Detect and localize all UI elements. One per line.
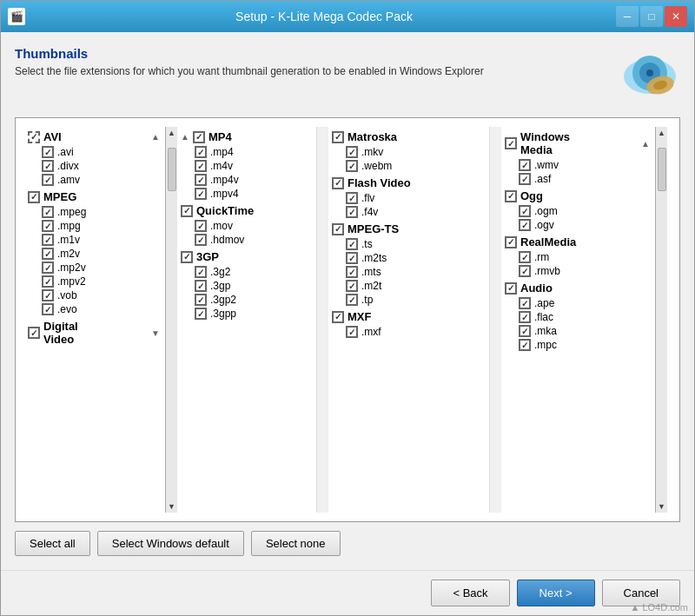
checkbox-windowsmedia[interactable] <box>505 137 517 149</box>
minimize-button[interactable]: ─ <box>616 6 639 27</box>
item-mpc: .mpc <box>505 338 650 352</box>
item-avi: .avi <box>28 145 160 159</box>
checkbox-ape[interactable] <box>519 297 531 309</box>
checkbox-m2v[interactable] <box>42 248 54 260</box>
checkbox-mts[interactable] <box>346 266 358 278</box>
group-mp4-label: MP4 <box>208 130 232 143</box>
item-flv: .flv <box>332 191 486 205</box>
select-none-button[interactable]: Select none <box>251 531 341 556</box>
checkbox-ogg[interactable] <box>505 190 517 202</box>
checkbox-flv[interactable] <box>346 192 358 204</box>
checkbox-mka[interactable] <box>519 325 531 337</box>
checkbox-mpv4[interactable] <box>195 188 207 200</box>
selection-buttons: Select all Select Windows default Select… <box>15 531 680 556</box>
checkbox-vob[interactable] <box>42 289 54 301</box>
select-windows-default-button[interactable]: Select Windows default <box>97 531 244 556</box>
checkbox-audio[interactable] <box>505 282 517 295</box>
checkbox-ogv[interactable] <box>519 219 531 231</box>
scroll-down-col4[interactable]: ▼ <box>658 500 665 513</box>
svg-point-3 <box>646 70 653 76</box>
checkbox-divx[interactable] <box>42 160 54 172</box>
item-vob: .vob <box>28 288 160 302</box>
checkbox-wmv[interactable] <box>519 159 531 171</box>
checkbox-realmedia[interactable] <box>505 236 517 248</box>
checkbox-mov[interactable] <box>195 220 207 232</box>
checkbox-3gp-ext[interactable] <box>195 280 207 292</box>
item-evo: .evo <box>28 302 160 316</box>
next-button[interactable]: Next > <box>517 580 595 606</box>
checkbox-tp[interactable] <box>346 294 358 306</box>
group-quicktime-header: QuickTime <box>181 204 313 217</box>
checkbox-asf[interactable] <box>519 173 531 185</box>
label-flac: .flac <box>534 311 553 323</box>
col2-scroll-up: ▲ <box>181 132 189 142</box>
checkbox-rm[interactable] <box>519 251 531 263</box>
item-mov: .mov <box>181 219 313 233</box>
label-3gp-ext: .3gp <box>210 280 230 292</box>
scroll-thumb-col1[interactable] <box>168 148 176 191</box>
item-3gp2: .3gp2 <box>181 293 313 307</box>
checkbox-flac[interactable] <box>519 311 531 323</box>
checkbox-3gp[interactable] <box>181 251 193 263</box>
checkbox-flashvideo[interactable] <box>332 177 344 189</box>
checkbox-matroska[interactable] <box>332 131 344 143</box>
title-bar: 🎬 Setup - K-Lite Mega Codec Pack ─ □ ✕ <box>1 1 694 32</box>
checkbox-ts[interactable] <box>346 238 358 250</box>
checkbox-3gp2[interactable] <box>195 294 207 306</box>
label-ape: .ape <box>534 297 554 309</box>
checkbox-mp2v[interactable] <box>42 262 54 274</box>
group-avi-header: AVI ▲ <box>28 130 160 143</box>
checkbox-mpeg[interactable] <box>28 191 40 203</box>
checkbox-m2t[interactable] <box>346 280 358 292</box>
label-f4v: .f4v <box>361 206 378 218</box>
checkbox-mp4[interactable] <box>193 131 205 143</box>
column-2-container: ▲ MP4 .mp4 .m4v .mp4v .mpv4 QuickTime .m… <box>177 127 328 513</box>
checkbox-3g2[interactable] <box>195 266 207 278</box>
checkbox-mkv[interactable] <box>346 146 358 158</box>
checkbox-quicktime[interactable] <box>181 205 193 217</box>
label-hdmov: .hdmov <box>210 234 244 246</box>
checkbox-m2ts[interactable] <box>346 252 358 264</box>
content-area: Thumbnails Select the file extensions fo… <box>1 32 694 570</box>
scrollbar-col1[interactable]: ▲ ▼ <box>165 127 177 513</box>
close-button[interactable]: ✕ <box>665 6 687 27</box>
checkbox-amv[interactable] <box>42 174 54 186</box>
window-title: Setup - K-Lite Mega Codec Pack <box>32 10 616 23</box>
checkbox-m4v[interactable] <box>195 160 207 172</box>
checkbox-mp4v[interactable] <box>195 174 207 186</box>
scroll-thumb-col4[interactable] <box>658 148 666 191</box>
checkbox-avi-ext[interactable] <box>42 146 54 158</box>
select-all-button[interactable]: Select all <box>15 531 90 556</box>
back-button[interactable]: < Back <box>431 580 509 606</box>
checkbox-avi[interactable] <box>28 131 40 143</box>
scroll-down-col1[interactable]: ▼ <box>168 500 175 513</box>
checkbox-mxf[interactable] <box>346 326 358 338</box>
checkbox-digital[interactable] <box>28 327 40 339</box>
checkbox-mpg[interactable] <box>42 220 54 232</box>
checkbox-mpeg-ext[interactable] <box>42 206 54 218</box>
label-evo: .evo <box>57 303 77 315</box>
checkbox-m1v[interactable] <box>42 234 54 246</box>
maximize-button[interactable]: □ <box>640 6 663 27</box>
checkbox-mpegts[interactable] <box>332 223 344 235</box>
scrollbar-col4[interactable]: ▲ ▼ <box>655 127 667 513</box>
checkbox-3gpp[interactable] <box>195 308 207 320</box>
checkbox-mp4-ext[interactable] <box>195 146 207 158</box>
app-icon: 🎬 <box>8 8 25 25</box>
scroll-up-col1[interactable]: ▲ <box>168 127 175 139</box>
checkbox-webm[interactable] <box>346 160 358 172</box>
item-mpeg: .mpeg <box>28 205 160 219</box>
scroll-up-col4[interactable]: ▲ <box>658 127 665 139</box>
checkbox-mpc[interactable] <box>519 339 531 351</box>
checkbox-mxf-group[interactable] <box>332 311 344 323</box>
item-m2t: .m2t <box>332 279 486 293</box>
checkbox-rmvb[interactable] <box>519 265 531 277</box>
checkbox-hdmov[interactable] <box>195 234 207 246</box>
checkbox-mpv2[interactable] <box>42 275 54 288</box>
label-mkv: .mkv <box>361 146 383 158</box>
group-flashvideo-label: Flash Video <box>348 176 411 189</box>
checkbox-f4v[interactable] <box>346 206 358 218</box>
checkbox-evo[interactable] <box>42 303 54 315</box>
group-mpeg-header: MPEG <box>28 190 160 203</box>
checkbox-ogm[interactable] <box>519 205 531 217</box>
